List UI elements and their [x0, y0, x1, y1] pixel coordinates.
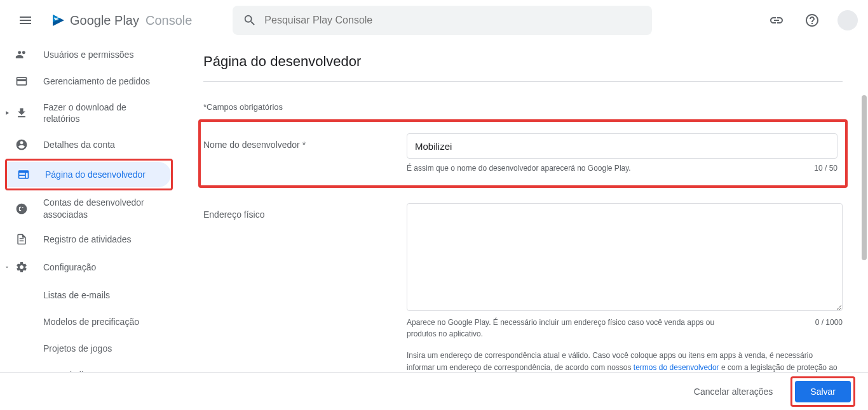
link-icon-button[interactable]: [764, 8, 789, 33]
avatar[interactable]: [837, 10, 858, 30]
sidebar-item-users[interactable]: Usuários e permissões: [5, 42, 173, 67]
search-input[interactable]: [264, 15, 642, 26]
address-description-1: Insira um endereço de correspondência at…: [407, 350, 843, 372]
sidebar-item-label: Registro de atividades: [43, 234, 132, 245]
sidebar-item-email-lists[interactable]: Listas de e-mails: [5, 282, 173, 308]
address-counter: 0 / 1000: [815, 317, 843, 340]
logo[interactable]: Google Play Console: [51, 13, 192, 28]
sidebar-item-license-test[interactable]: Teste de licença: [5, 362, 173, 372]
sidebar-item-label: Fazer o download de relatórios: [43, 102, 163, 124]
document-icon: [15, 233, 28, 246]
address-input[interactable]: [407, 203, 843, 311]
help-icon-button[interactable]: [799, 8, 825, 33]
developer-name-hint: É assim que o nome do desenvolvedor apar…: [407, 162, 631, 174]
sidebar-item-downloads[interactable]: Fazer o download de relatórios: [5, 96, 173, 129]
help-icon: [804, 13, 820, 28]
sidebar: Usuários e permissões Gerenciamento de p…: [0, 41, 178, 372]
search-box[interactable]: [233, 6, 652, 35]
search-icon: [243, 13, 257, 27]
expand-icon[interactable]: [4, 110, 11, 116]
developer-name-label: Nome do desenvolvedor *: [203, 133, 381, 150]
sidebar-item-label: Contas de desenvolvedor associadas: [43, 197, 163, 220]
link-icon: [769, 13, 784, 28]
page-title: Página do desenvolvedor: [203, 41, 843, 82]
scrollbar-thumb[interactable]: [862, 95, 867, 260]
gear-icon: [15, 261, 28, 274]
collapse-icon[interactable]: [4, 264, 11, 270]
card-icon: [15, 75, 28, 88]
address-row: Endereço físico Aparece no Google Play. …: [203, 203, 843, 372]
developer-name-counter: 10 / 50: [814, 162, 837, 174]
required-fields-note: *Campos obrigatórios: [203, 102, 843, 112]
users-icon: [15, 48, 28, 61]
address-hint: Aparece no Google Play. É necessário inc…: [407, 317, 724, 340]
sidebar-item-label: Usuários e permissões: [43, 49, 133, 60]
sidebar-item-developer-page[interactable]: Página do desenvolvedor: [7, 162, 171, 187]
account-icon: [15, 138, 28, 151]
sidebar-item-label: Configuração: [43, 261, 96, 273]
main-content: Página do desenvolvedor *Campos obrigató…: [178, 41, 868, 372]
sidebar-item-label: Modelos de precificação: [43, 316, 139, 327]
sidebar-item-label: Gerenciamento de pedidos: [43, 76, 150, 87]
sidebar-item-activity-log[interactable]: Registro de atividades: [5, 227, 173, 252]
play-console-icon: [51, 13, 66, 28]
download-icon: [15, 107, 28, 119]
address-label: Endereço físico: [203, 203, 381, 220]
sidebar-item-label: Detalhes da conta: [43, 139, 115, 150]
sidebar-item-pricing-templates[interactable]: Modelos de precificação: [5, 309, 173, 334]
logo-text-2: Console: [146, 13, 192, 28]
hamburger-icon: [18, 13, 33, 28]
developer-name-input[interactable]: [407, 133, 837, 159]
sidebar-item-label: Listas de e-mails: [43, 289, 110, 301]
web-icon: [17, 168, 30, 181]
link-circle-icon: [15, 202, 28, 215]
sidebar-item-account-details[interactable]: Detalhes da conta: [5, 132, 173, 157]
sidebar-item-associated-accounts[interactable]: Contas de desenvolvedor associadas: [5, 192, 173, 225]
sidebar-item-label: Projetos de jogos: [43, 343, 112, 354]
sidebar-item-config[interactable]: Configuração: [5, 255, 173, 280]
developer-name-row: Nome do desenvolvedor * É assim que o no…: [198, 119, 848, 188]
developer-terms-link[interactable]: termos do desenvolvedor: [634, 363, 719, 372]
menu-button[interactable]: [10, 5, 41, 36]
sidebar-item-orders[interactable]: Gerenciamento de pedidos: [5, 69, 173, 94]
logo-text-1: Google Play: [70, 13, 139, 28]
sidebar-item-label: Página do desenvolvedor: [45, 169, 146, 180]
sidebar-item-game-projects[interactable]: Projetos de jogos: [5, 336, 173, 361]
